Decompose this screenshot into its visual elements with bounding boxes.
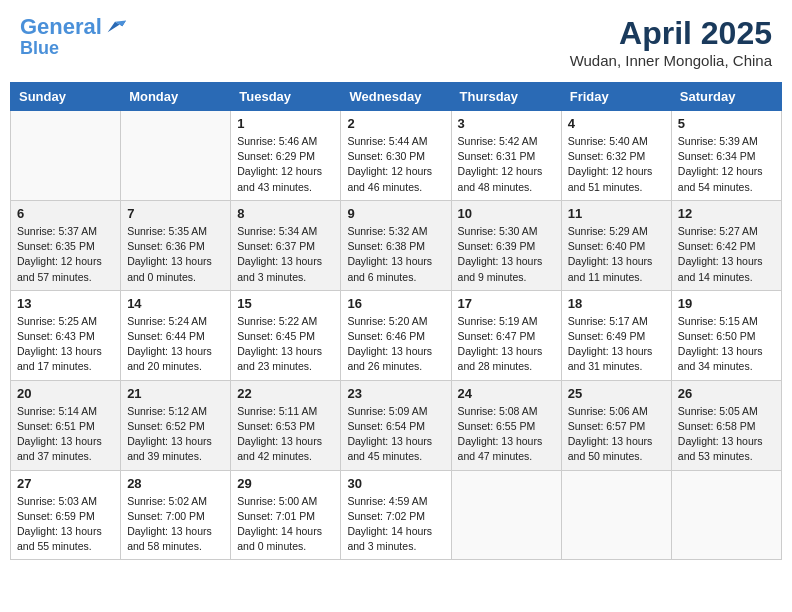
calendar-cell: 13Sunrise: 5:25 AM Sunset: 6:43 PM Dayli… (11, 290, 121, 380)
page-header: General Blue April 2025 Wudan, Inner Mon… (10, 10, 782, 74)
calendar-cell: 15Sunrise: 5:22 AM Sunset: 6:45 PM Dayli… (231, 290, 341, 380)
day-number: 2 (347, 116, 444, 131)
day-info: Sunrise: 5:15 AM Sunset: 6:50 PM Dayligh… (678, 314, 775, 375)
day-info: Sunrise: 5:24 AM Sunset: 6:44 PM Dayligh… (127, 314, 224, 375)
day-number: 10 (458, 206, 555, 221)
calendar-cell: 8Sunrise: 5:34 AM Sunset: 6:37 PM Daylig… (231, 200, 341, 290)
day-number: 13 (17, 296, 114, 311)
day-number: 18 (568, 296, 665, 311)
day-number: 22 (237, 386, 334, 401)
calendar-cell: 7Sunrise: 5:35 AM Sunset: 6:36 PM Daylig… (121, 200, 231, 290)
day-number: 30 (347, 476, 444, 491)
day-info: Sunrise: 5:27 AM Sunset: 6:42 PM Dayligh… (678, 224, 775, 285)
day-info: Sunrise: 5:39 AM Sunset: 6:34 PM Dayligh… (678, 134, 775, 195)
day-info: Sunrise: 5:42 AM Sunset: 6:31 PM Dayligh… (458, 134, 555, 195)
calendar-cell: 22Sunrise: 5:11 AM Sunset: 6:53 PM Dayli… (231, 380, 341, 470)
day-number: 24 (458, 386, 555, 401)
calendar-cell: 24Sunrise: 5:08 AM Sunset: 6:55 PM Dayli… (451, 380, 561, 470)
day-info: Sunrise: 5:30 AM Sunset: 6:39 PM Dayligh… (458, 224, 555, 285)
day-number: 4 (568, 116, 665, 131)
calendar-cell: 28Sunrise: 5:02 AM Sunset: 7:00 PM Dayli… (121, 470, 231, 560)
day-info: Sunrise: 5:11 AM Sunset: 6:53 PM Dayligh… (237, 404, 334, 465)
day-number: 20 (17, 386, 114, 401)
day-number: 23 (347, 386, 444, 401)
day-number: 14 (127, 296, 224, 311)
calendar-cell (561, 470, 671, 560)
day-number: 26 (678, 386, 775, 401)
calendar-cell: 29Sunrise: 5:00 AM Sunset: 7:01 PM Dayli… (231, 470, 341, 560)
day-info: Sunrise: 5:09 AM Sunset: 6:54 PM Dayligh… (347, 404, 444, 465)
day-number: 6 (17, 206, 114, 221)
weekday-header: Sunday (11, 83, 121, 111)
calendar-cell: 5Sunrise: 5:39 AM Sunset: 6:34 PM Daylig… (671, 111, 781, 201)
day-info: Sunrise: 5:34 AM Sunset: 6:37 PM Dayligh… (237, 224, 334, 285)
calendar-cell: 3Sunrise: 5:42 AM Sunset: 6:31 PM Daylig… (451, 111, 561, 201)
day-info: Sunrise: 5:00 AM Sunset: 7:01 PM Dayligh… (237, 494, 334, 555)
weekday-header: Friday (561, 83, 671, 111)
weekday-header: Wednesday (341, 83, 451, 111)
day-number: 16 (347, 296, 444, 311)
day-number: 25 (568, 386, 665, 401)
weekday-header: Monday (121, 83, 231, 111)
calendar-cell (121, 111, 231, 201)
calendar-cell: 14Sunrise: 5:24 AM Sunset: 6:44 PM Dayli… (121, 290, 231, 380)
calendar-cell: 21Sunrise: 5:12 AM Sunset: 6:52 PM Dayli… (121, 380, 231, 470)
title-block: April 2025 Wudan, Inner Mongolia, China (570, 15, 772, 69)
day-number: 8 (237, 206, 334, 221)
day-info: Sunrise: 5:20 AM Sunset: 6:46 PM Dayligh… (347, 314, 444, 375)
day-number: 17 (458, 296, 555, 311)
calendar-week-row: 13Sunrise: 5:25 AM Sunset: 6:43 PM Dayli… (11, 290, 782, 380)
day-info: Sunrise: 5:35 AM Sunset: 6:36 PM Dayligh… (127, 224, 224, 285)
day-number: 3 (458, 116, 555, 131)
day-info: Sunrise: 5:19 AM Sunset: 6:47 PM Dayligh… (458, 314, 555, 375)
day-number: 9 (347, 206, 444, 221)
calendar-cell: 11Sunrise: 5:29 AM Sunset: 6:40 PM Dayli… (561, 200, 671, 290)
calendar-cell: 16Sunrise: 5:20 AM Sunset: 6:46 PM Dayli… (341, 290, 451, 380)
weekday-header: Saturday (671, 83, 781, 111)
day-info: Sunrise: 5:12 AM Sunset: 6:52 PM Dayligh… (127, 404, 224, 465)
calendar-cell (11, 111, 121, 201)
day-info: Sunrise: 5:46 AM Sunset: 6:29 PM Dayligh… (237, 134, 334, 195)
day-info: Sunrise: 5:40 AM Sunset: 6:32 PM Dayligh… (568, 134, 665, 195)
logo-blue: Blue (20, 39, 126, 59)
day-info: Sunrise: 5:29 AM Sunset: 6:40 PM Dayligh… (568, 224, 665, 285)
calendar-cell: 17Sunrise: 5:19 AM Sunset: 6:47 PM Dayli… (451, 290, 561, 380)
day-info: Sunrise: 5:03 AM Sunset: 6:59 PM Dayligh… (17, 494, 114, 555)
calendar-header-row: SundayMondayTuesdayWednesdayThursdayFrid… (11, 83, 782, 111)
logo-text: General (20, 15, 102, 39)
day-number: 15 (237, 296, 334, 311)
day-info: Sunrise: 4:59 AM Sunset: 7:02 PM Dayligh… (347, 494, 444, 555)
day-number: 11 (568, 206, 665, 221)
day-info: Sunrise: 5:02 AM Sunset: 7:00 PM Dayligh… (127, 494, 224, 555)
month-title: April 2025 (570, 15, 772, 52)
calendar-cell: 26Sunrise: 5:05 AM Sunset: 6:58 PM Dayli… (671, 380, 781, 470)
calendar-week-row: 6Sunrise: 5:37 AM Sunset: 6:35 PM Daylig… (11, 200, 782, 290)
calendar-cell: 23Sunrise: 5:09 AM Sunset: 6:54 PM Dayli… (341, 380, 451, 470)
day-number: 29 (237, 476, 334, 491)
day-info: Sunrise: 5:06 AM Sunset: 6:57 PM Dayligh… (568, 404, 665, 465)
day-number: 19 (678, 296, 775, 311)
calendar-week-row: 20Sunrise: 5:14 AM Sunset: 6:51 PM Dayli… (11, 380, 782, 470)
location: Wudan, Inner Mongolia, China (570, 52, 772, 69)
calendar-cell: 12Sunrise: 5:27 AM Sunset: 6:42 PM Dayli… (671, 200, 781, 290)
day-info: Sunrise: 5:22 AM Sunset: 6:45 PM Dayligh… (237, 314, 334, 375)
calendar-cell: 9Sunrise: 5:32 AM Sunset: 6:38 PM Daylig… (341, 200, 451, 290)
calendar-cell: 2Sunrise: 5:44 AM Sunset: 6:30 PM Daylig… (341, 111, 451, 201)
day-info: Sunrise: 5:08 AM Sunset: 6:55 PM Dayligh… (458, 404, 555, 465)
day-number: 1 (237, 116, 334, 131)
calendar-week-row: 1Sunrise: 5:46 AM Sunset: 6:29 PM Daylig… (11, 111, 782, 201)
calendar-week-row: 27Sunrise: 5:03 AM Sunset: 6:59 PM Dayli… (11, 470, 782, 560)
day-info: Sunrise: 5:37 AM Sunset: 6:35 PM Dayligh… (17, 224, 114, 285)
calendar-table: SundayMondayTuesdayWednesdayThursdayFrid… (10, 82, 782, 560)
calendar-cell: 4Sunrise: 5:40 AM Sunset: 6:32 PM Daylig… (561, 111, 671, 201)
calendar-cell: 25Sunrise: 5:06 AM Sunset: 6:57 PM Dayli… (561, 380, 671, 470)
day-number: 21 (127, 386, 224, 401)
calendar-cell: 10Sunrise: 5:30 AM Sunset: 6:39 PM Dayli… (451, 200, 561, 290)
day-info: Sunrise: 5:17 AM Sunset: 6:49 PM Dayligh… (568, 314, 665, 375)
day-info: Sunrise: 5:05 AM Sunset: 6:58 PM Dayligh… (678, 404, 775, 465)
calendar-cell: 30Sunrise: 4:59 AM Sunset: 7:02 PM Dayli… (341, 470, 451, 560)
calendar-cell: 6Sunrise: 5:37 AM Sunset: 6:35 PM Daylig… (11, 200, 121, 290)
day-info: Sunrise: 5:44 AM Sunset: 6:30 PM Dayligh… (347, 134, 444, 195)
day-info: Sunrise: 5:25 AM Sunset: 6:43 PM Dayligh… (17, 314, 114, 375)
day-number: 28 (127, 476, 224, 491)
